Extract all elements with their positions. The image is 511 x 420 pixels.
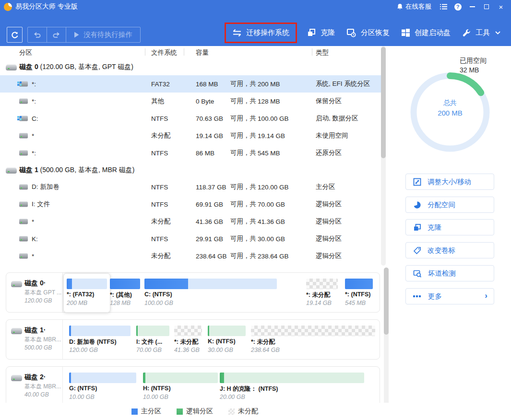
toolbar: 没有待执行操作 迁移操作系统 克隆 分区恢复 创建启动盘 工具 [0,13,511,46]
task-list-button[interactable] [436,0,451,13]
disk-map-partition[interactable]: K: (NTFS)30.00 GB [208,320,246,360]
disk-map-partition[interactable]: *: (FAT32)200 MB [67,273,107,313]
partition-row[interactable]: *:其他0 Byte可用，共128 MB保留分区 [0,93,390,110]
total-space-value: 200 MB [258,81,280,88]
diskmap-scrollbar-thumb[interactable] [384,268,389,335]
minimize-button[interactable] [465,0,479,13]
sidebar: 已用空间 32 MB 总共 200 MB 调整大小/移动 分配空间 克隆 改变卷… [390,46,511,420]
help-button[interactable]: ? [451,0,465,13]
disk-map-partition[interactable]: C: (NTFS)100.00 GB [144,273,277,313]
logical-partition-swatch [177,408,183,415]
online-service-button[interactable]: 在线客服 [392,0,436,13]
partition-recovery-button[interactable]: 分区恢复 [341,28,395,37]
change-label-button[interactable]: 改变卷标 [405,242,494,258]
partition-row[interactable]: *未分配19.14 GB可用，共19.14 GB未使用空间 [0,127,390,144]
disk-map-partition[interactable]: *: 未分配238.64 GB [251,320,375,360]
partition-row[interactable]: C:NTFS70.63 GB可用，共100.00 GB启动, 数据分区 [0,110,390,127]
table-scrollbar-thumb[interactable] [381,47,386,158]
partition-row[interactable]: I: 文件NTFS69.91 GB可用，共70.00 GB逻辑分区 [0,196,390,213]
partition-row[interactable]: *未分配238.64 GB可用，共238.64 GB逻辑分区 [0,247,390,265]
partition-row[interactable]: *未分配41.36 GB可用，共41.36 GB逻辑分区 [0,213,390,230]
disk-type: 基本盘 MBR... [24,383,61,391]
disk-map-partition[interactable]: J: H 的克隆： (NTFS)20.00 GB [220,367,364,407]
clone-partition-icon [413,223,421,232]
redo-button[interactable] [47,27,66,42]
partition-row[interactable]: *:NTFS86 MB可用，共545 MB还原分区 [0,144,390,162]
disk-map-partition[interactable]: *: 未分配41.36 GB [174,320,202,360]
partition-icon [19,253,28,259]
allocate-space-button[interactable]: 分配空间 [405,197,494,213]
undo-icon [33,31,41,38]
partition-bar [136,326,169,336]
disk-map-card[interactable]: 磁盘 0·基本盘 GPT ...120.00 GB*: (FAT32)200 M… [6,272,380,313]
maximize-button[interactable] [479,0,494,13]
table-scrollbar[interactable] [381,46,386,266]
type-value: 未使用空间 [316,131,348,140]
clone-button[interactable]: 克隆 [301,28,341,37]
partition-icon [19,201,28,207]
partition-bar [69,326,131,336]
disk-map-label: 磁盘 1·基本盘 MBR...500.00 GB [6,320,63,359]
partition-bar-fill [208,326,209,336]
partition-name: *: [32,150,36,157]
tools-button[interactable]: 工具 [456,28,506,37]
disk-map-partition[interactable]: *: (其他)128 MB [110,273,140,313]
partition-table-body: 磁盘 0 (120.00 GB, 基本盘, GPT 磁盘)*:FAT32168 … [0,58,390,265]
undo-button[interactable] [28,27,47,42]
total-space-value: 30.00 GB [258,235,285,243]
drive-icon [19,202,28,207]
partition-table: 分区 文件系统 容量 类型 磁盘 0 (120.00 GB, 基本盘, GPT … [0,46,390,267]
disk-size: 500.00 GB [24,344,52,351]
refresh-button[interactable] [7,27,23,43]
partition-row[interactable]: *:FAT32168 MB可用，共200 MB系统, EFI 系统分区 [0,75,381,93]
filesystem-value: 未分配 [151,131,171,140]
partition-row[interactable]: D: 新加卷NTFS118.37 GB可用，共120.00 GB主分区 [0,178,390,196]
create-bootable-disk-button[interactable]: 创建启动盘 [395,28,456,37]
col-header-filesystem: 文件系统 [151,48,177,57]
resize-move-button[interactable]: 调整大小/移动 [405,174,494,190]
disk-map-card[interactable]: 磁盘 1·基本盘 MBR...500.00 GBD: 新加卷 (NTFS)120… [6,319,380,360]
pending-operations-button[interactable]: 没有待执行操作 [66,27,140,42]
disk-map-partition[interactable]: *: 未分配19.14 GB [306,273,338,313]
partition-row[interactable]: K:NTFS29.91 GB可用，共30.00 GB逻辑分区 [0,230,390,247]
disk-map-card[interactable]: 磁盘 2·基本盘 MBR...40.00 GBG: (NTFS)10.00 GB… [6,366,380,407]
partition-icon [19,81,28,87]
partition-name: C: [32,115,38,122]
migrate-os-icon [232,29,242,37]
migrate-os-button[interactable]: 迁移操作系统 [225,23,297,43]
capacity-label: 可用，共 [230,234,256,243]
column-divider [184,48,184,56]
total-space-value: 128 MB [258,98,280,105]
close-button[interactable]: × [494,0,508,13]
drive-icon [19,185,28,190]
partition-map-size: 30.00 GB [208,347,233,353]
more-button[interactable]: 更多 › [405,288,494,304]
online-service-label: 在线客服 [405,2,431,11]
disk-map-partition[interactable]: D: 新加卷 (NTFS)120.00 GB [69,320,131,360]
redo-icon [52,31,60,38]
diskmap-scrollbar[interactable] [384,268,389,419]
disk-group-label: 磁盘 0 (120.00 GB, 基本盘, GPT 磁盘) [19,63,133,71]
type-value: 逻辑分区 [316,234,342,243]
free-space-value: 86 MB [196,150,214,157]
partition-name: K: [32,235,38,243]
disk-map-partition[interactable]: H: (NTFS)10.00 GB [143,367,218,407]
free-space-value: 168 MB [196,81,218,88]
type-value: 逻辑分区 [316,200,342,209]
disk-map-partition[interactable]: G: (NTFS)10.00 GB [69,367,136,407]
refresh-icon [11,31,19,39]
clone-partition-button[interactable]: 克隆 [405,219,494,235]
disk-group-row[interactable]: 磁盘 1 (500.00 GB, 基本盘, MBR 磁盘) [0,162,390,178]
surface-test-button[interactable]: 坏道检测 [405,265,494,281]
disk-group-row[interactable]: 磁盘 0 (120.00 GB, 基本盘, GPT 磁盘) [0,58,390,75]
free-space-value: 29.91 GB [196,235,223,243]
disk-map-partition[interactable]: I: 文件 (...70.00 GB [136,320,169,360]
partition-bar [345,279,373,289]
partition-name: * [32,218,34,225]
filesystem-value: 未分配 [151,252,171,260]
disk-map-partition[interactable]: *: (NTFS)545 MB [345,273,373,313]
partition-bar [67,279,107,289]
disk-icon [11,281,22,287]
chevron-down-icon [495,31,500,35]
free-space-value: 69.91 GB [196,201,223,208]
